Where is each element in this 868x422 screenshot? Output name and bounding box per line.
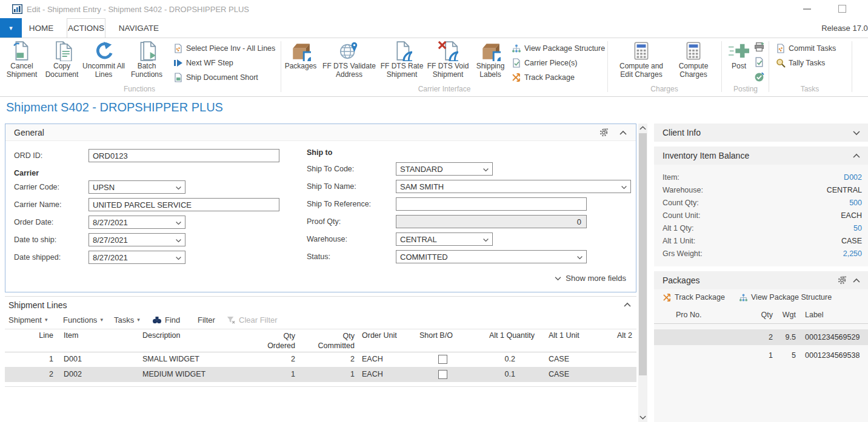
- sidebar-track-package-button[interactable]: Track Package: [663, 291, 725, 304]
- clear-filter-button[interactable]: Clear Filter: [227, 313, 278, 326]
- table-row[interactable]: 2 D002 MEDIUM WIDGET 1 1 EACH 0.1 CASE: [5, 367, 636, 382]
- filter-button[interactable]: Filter: [198, 313, 215, 326]
- col-alt2[interactable]: Alt 2: [617, 331, 632, 340]
- ship-to-name-select[interactable]: SAM SMITH: [396, 180, 631, 193]
- ff-dts-validate-address-button[interactable]: FF DTS Validate Address: [320, 41, 378, 79]
- gear-icon[interactable]: [838, 276, 846, 285]
- tally-tasks-button[interactable]: Tally Tasks: [776, 57, 825, 69]
- date-shipped-select[interactable]: 8/27/2021: [88, 251, 185, 264]
- select-piece-inv-button[interactable]: Select Piece Inv - All Lines: [173, 42, 275, 54]
- tab-actions[interactable]: ACTIONS: [67, 18, 105, 38]
- general-title: General: [14, 128, 44, 137]
- col-alt1-unit[interactable]: Alt 1 Unit: [549, 331, 579, 340]
- col-short-bo[interactable]: Short B/O: [419, 331, 453, 340]
- tab-home[interactable]: HOME: [25, 18, 57, 38]
- find-button[interactable]: Find: [152, 313, 180, 326]
- scroll-down-arrow-icon[interactable]: [639, 415, 647, 420]
- commit-tasks-button[interactable]: Commit Tasks: [776, 42, 836, 54]
- tab-navigate[interactable]: NAVIGATE: [116, 18, 161, 38]
- compute-charges-button[interactable]: Compute Charges: [670, 41, 716, 79]
- packages-button[interactable]: Packages: [282, 41, 319, 71]
- inv-alt1-qty-value[interactable]: 50: [853, 224, 862, 232]
- order-date-select[interactable]: 8/27/2021: [88, 216, 185, 229]
- warehouse-select[interactable]: CENTRAL: [396, 232, 493, 246]
- shipment-menu-button[interactable]: Shipment ▾: [8, 313, 47, 326]
- status-select[interactable]: COMMITTED: [396, 250, 587, 263]
- collapse-chevron-up-icon[interactable]: [619, 130, 627, 136]
- view-package-structure-button[interactable]: View Package Structure: [512, 42, 605, 54]
- col-pro-no[interactable]: Pro No.: [676, 311, 701, 319]
- collapse-chevron-up-icon[interactable]: [623, 302, 632, 308]
- vertical-scrollbar[interactable]: [638, 124, 647, 422]
- gear-icon[interactable]: [599, 128, 608, 137]
- collapse-chevron-up-icon[interactable]: [852, 153, 861, 159]
- scroll-up-arrow-icon[interactable]: [639, 125, 647, 131]
- maximize-button[interactable]: [838, 5, 846, 13]
- sidebar-view-package-structure-button[interactable]: View Package Structure: [739, 291, 832, 304]
- col-item[interactable]: Item: [64, 331, 78, 340]
- scrollbar-thumb[interactable]: [639, 133, 647, 375]
- expand-chevron-down-icon[interactable]: [852, 130, 861, 136]
- inv-item-label: Item:: [663, 173, 679, 182]
- uncommit-all-lines-button[interactable]: Uncommit All Lines: [82, 41, 125, 79]
- ship-document-short-button[interactable]: Ship Document Short: [173, 71, 258, 84]
- preview-posting-button[interactable]: [754, 57, 764, 67]
- ship-to-reference-input[interactable]: [396, 197, 587, 211]
- inv-item-value[interactable]: D002: [844, 173, 862, 182]
- minimize-button[interactable]: [803, 8, 811, 10]
- carrier-heading: Carrier: [14, 169, 39, 177]
- application-menu-button[interactable]: ▾: [0, 18, 22, 38]
- packages-header[interactable]: Packages: [654, 271, 868, 289]
- ff-dts-void-shipment-button[interactable]: FF DTS Void Shipment: [426, 41, 470, 79]
- col-alt1-quantity[interactable]: Alt 1 Quantity: [479, 331, 535, 340]
- client-info-panel: Client Info: [654, 124, 868, 142]
- short-bo-checkbox[interactable]: [438, 355, 447, 364]
- col-qty-committed[interactable]: Qty Committed: [308, 331, 355, 351]
- col-description[interactable]: Description: [142, 331, 181, 340]
- compute-and-edit-charges-button[interactable]: Compute and Edit Charges: [613, 41, 669, 79]
- client-info-header[interactable]: Client Info: [654, 124, 868, 142]
- date-to-ship-select[interactable]: 8/27/2021: [88, 233, 185, 246]
- table-row[interactable]: 1 D001 SMALL WIDGET 2 2 EACH 0.2 CASE: [5, 352, 636, 367]
- col-line[interactable]: Line: [12, 331, 53, 340]
- post-and-commit-button[interactable]: [754, 72, 764, 82]
- collapse-chevron-up-icon[interactable]: [852, 278, 861, 283]
- general-header[interactable]: General: [5, 124, 636, 141]
- col-qty[interactable]: Qty: [749, 311, 773, 319]
- col-wgt[interactable]: Wgt: [778, 311, 796, 319]
- package-row[interactable]: 1 5 0001234569538: [654, 348, 868, 363]
- short-bo-checkbox[interactable]: [438, 370, 447, 379]
- clear-filter-icon: [227, 315, 236, 325]
- track-package-icon: [663, 293, 672, 302]
- group-divider: [607, 41, 608, 92]
- next-wf-step-button[interactable]: Next WF Step: [173, 57, 233, 69]
- post-button[interactable]: Post: [725, 41, 753, 71]
- alt1-unit: CASE: [549, 355, 569, 363]
- package-row[interactable]: 2 9.5 0001234569529: [654, 329, 868, 345]
- cancel-shipment-button[interactable]: Cancel Shipment: [2, 41, 41, 79]
- col-label[interactable]: Label: [805, 311, 824, 319]
- copy-document-button[interactable]: Copy Document: [42, 41, 81, 79]
- ship-to-code-select[interactable]: STANDARD: [396, 162, 493, 176]
- carrier-code-select[interactable]: UPSN: [88, 180, 185, 194]
- ord-id-input[interactable]: ORD0123: [88, 149, 279, 162]
- inv-count-qty-value[interactable]: 500: [849, 199, 862, 207]
- shipping-labels-button[interactable]: Shipping Labels: [472, 41, 509, 79]
- ff-dts-rate-shipment-button[interactable]: FF DTS Rate Shipment: [379, 41, 424, 79]
- order-date-field: Order Date: 8/27/2021: [14, 215, 185, 229]
- track-package-button[interactable]: Track Package: [512, 71, 575, 84]
- tasks-menu-button[interactable]: Tasks ▾: [114, 313, 140, 326]
- carrier-name-input[interactable]: UNITED PARCEL SERVICE: [88, 198, 279, 211]
- shipment-lines-header[interactable]: Shipment Lines: [5, 296, 636, 312]
- print-posting-button[interactable]: [754, 42, 764, 52]
- carrier-pieces-button[interactable]: Carrier Piece(s): [512, 57, 578, 69]
- col-qty-ordered[interactable]: Qty Ordered: [262, 331, 295, 351]
- undo-icon: [93, 41, 114, 61]
- col-order-unit[interactable]: Order Unit: [362, 331, 397, 340]
- chevron-down-icon: [175, 186, 182, 190]
- show-more-fields-link[interactable]: Show more fields: [554, 274, 626, 283]
- batch-functions-button[interactable]: Batch Functions: [126, 41, 167, 79]
- functions-menu-button[interactable]: Functions ▾: [63, 313, 103, 326]
- inventory-header[interactable]: Inventory Item Balance: [654, 147, 868, 165]
- inv-grs-weight-value[interactable]: 2,250: [843, 249, 862, 258]
